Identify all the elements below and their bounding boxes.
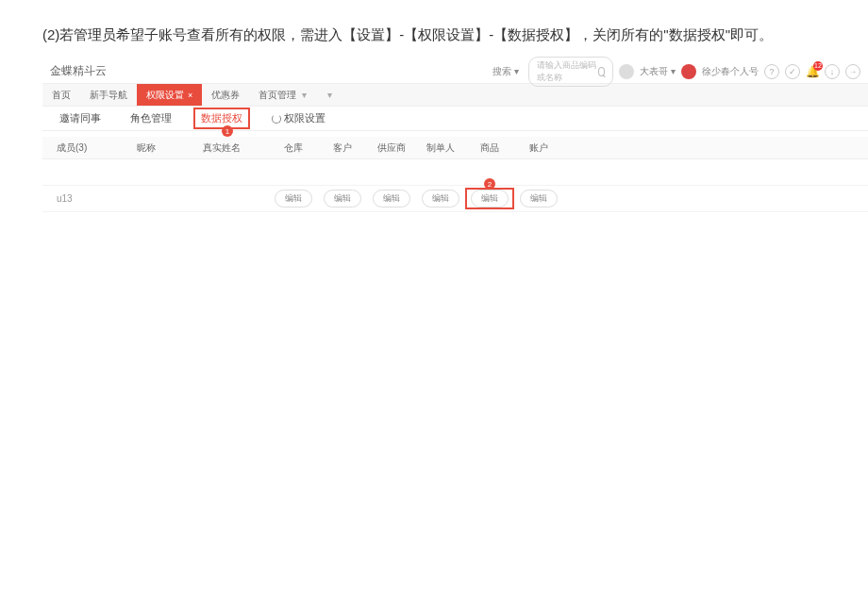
header-right: 搜索 ▾ 请输入商品编码或名称 大表哥 ▾ 徐少春个人号 ? ✓ 🔔12 ↓ → xyxy=(489,57,860,87)
col-creator: 制单人 xyxy=(416,141,465,155)
callout-badge-1: 1 xyxy=(222,125,233,137)
tabs-more-dropdown[interactable]: ▾ xyxy=(322,90,338,100)
table-row xyxy=(42,159,868,186)
sub-tab-data-auth[interactable]: 数据授权 1 xyxy=(193,108,250,129)
edit-button-creator[interactable]: 编辑 xyxy=(422,190,459,207)
cell-id: u13 xyxy=(42,193,137,204)
avatar-2[interactable] xyxy=(681,64,696,79)
app-header: 金蝶精斗云 搜索 ▾ 请输入商品编码或名称 大表哥 ▾ 徐少春个人号 ? ✓ 🔔… xyxy=(42,59,868,84)
edit-button-supplier[interactable]: 编辑 xyxy=(373,190,410,207)
help-icon[interactable]: ? xyxy=(764,64,779,79)
bell-badge: 12 xyxy=(813,61,823,71)
tab-home-manage[interactable]: 首页管理▾ xyxy=(249,84,322,106)
sub-tab-invite[interactable]: 邀请同事 xyxy=(52,108,108,129)
col-alias: 昵称 xyxy=(137,141,203,155)
search-icon xyxy=(598,67,606,76)
col-supplier: 供应商 xyxy=(367,141,416,155)
tab-permission-settings[interactable]: 权限设置× xyxy=(137,84,202,106)
main-tabs: 首页 新手导航 权限设置× 优惠券 首页管理▾ ▾ xyxy=(42,84,868,107)
edit-button-warehouse[interactable]: 编辑 xyxy=(275,190,312,207)
data-table: 成员(3) 昵称 真实姓名 仓库 客户 供应商 制单人 商品 账户 u13 编辑… xyxy=(42,131,868,212)
edit-button-product-highlighted: 2 编辑 xyxy=(465,188,514,209)
download-icon[interactable]: ↓ xyxy=(825,64,840,79)
sub-tabs: 邀请同事 角色管理 数据授权 1 权限设置 xyxy=(42,107,868,131)
search-type-dropdown[interactable]: 搜索 ▾ xyxy=(489,63,523,80)
col-warehouse: 仓库 xyxy=(269,141,318,155)
close-icon[interactable]: × xyxy=(188,91,192,100)
table-row: u13 编辑 编辑 编辑 编辑 2 编辑 编辑 xyxy=(42,186,868,212)
check-icon[interactable]: ✓ xyxy=(785,64,800,79)
edit-button-product[interactable]: 编辑 xyxy=(471,190,509,207)
app-title: 金蝶精斗云 xyxy=(50,63,107,79)
bell-icon[interactable]: 🔔12 xyxy=(806,65,819,78)
app-screenshot: 金蝶精斗云 搜索 ▾ 请输入商品编码或名称 大表哥 ▾ 徐少春个人号 ? ✓ 🔔… xyxy=(42,59,868,212)
col-product: 商品 xyxy=(465,141,514,155)
user-1-name[interactable]: 大表哥 ▾ xyxy=(640,65,676,78)
forward-icon[interactable]: → xyxy=(845,64,860,79)
tab-guide[interactable]: 新手导航 xyxy=(80,84,137,106)
instruction-text: (2)若管理员希望子账号查看所有的权限，需进入【设置】-【权限设置】-【数据授权… xyxy=(0,0,868,59)
table-header-row: 成员(3) 昵称 真实姓名 仓库 客户 供应商 制单人 商品 账户 xyxy=(42,137,868,159)
col-name: 真实姓名 xyxy=(203,141,269,155)
col-account: 账户 xyxy=(514,141,563,155)
col-member: 成员(3) xyxy=(42,141,137,155)
search-placeholder: 请输入商品编码或名称 xyxy=(537,59,597,84)
search-input[interactable]: 请输入商品编码或名称 xyxy=(528,57,613,87)
avatar-1[interactable] xyxy=(619,64,634,79)
tab-coupon[interactable]: 优惠券 xyxy=(202,84,249,106)
tab-home[interactable]: 首页 xyxy=(42,84,80,106)
refresh-icon xyxy=(272,114,281,124)
sub-tab-role[interactable]: 角色管理 xyxy=(123,108,179,129)
edit-button-customer[interactable]: 编辑 xyxy=(324,190,361,207)
col-customer: 客户 xyxy=(318,141,367,155)
user-2-name[interactable]: 徐少春个人号 xyxy=(702,65,759,78)
chevron-down-icon: ▾ xyxy=(296,90,312,100)
callout-badge-2: 2 xyxy=(484,178,495,190)
edit-button-account[interactable]: 编辑 xyxy=(520,190,558,207)
sub-tab-permission[interactable]: 权限设置 xyxy=(264,108,333,129)
